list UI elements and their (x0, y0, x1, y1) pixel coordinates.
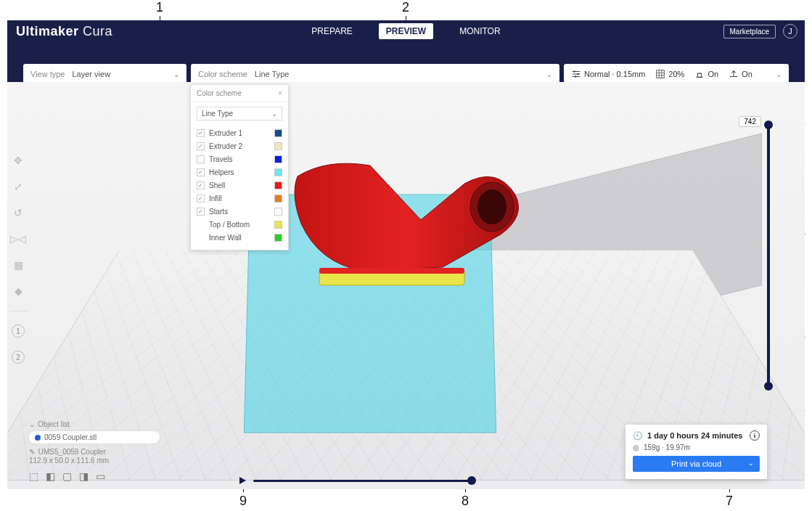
extruder-1-selector[interactable]: 1 (10, 323, 26, 339)
legend-row[interactable]: Shell (197, 179, 282, 192)
view-right-icon[interactable]: ▭ (96, 470, 105, 482)
callout-7: 7 (726, 494, 733, 509)
legend-label: Starts (209, 208, 228, 216)
print-time: 1 day 0 hours 24 minutes (647, 431, 742, 440)
close-icon[interactable]: × (278, 89, 282, 97)
chevron-down-icon: ⌄ (271, 110, 277, 118)
popup-select-value: Line Type (202, 110, 233, 118)
svg-point-0 (573, 70, 575, 72)
clock-icon: 🕘 (633, 431, 643, 441)
adhesion-value: On (742, 70, 752, 78)
rotate-tool[interactable]: ↺ (10, 205, 26, 221)
view-top-icon[interactable]: ▢ (62, 470, 72, 482)
print-settings-panel[interactable]: Normal · 0.15mm 20% On On ⌄ (564, 64, 789, 84)
mesh-tool[interactable]: ▦ (10, 257, 26, 273)
object-dimensions: 112.9 x 50.0 x 111.6 mm (29, 457, 160, 465)
legend-swatch (274, 195, 282, 203)
legend: Extruder 1Extruder 2TravelsHelpersShellI… (191, 125, 288, 250)
print-action-button[interactable]: Print via cloud ⌄ (633, 456, 760, 472)
timeline-handle[interactable] (467, 476, 476, 485)
support-setting: On (694, 69, 718, 79)
popup-select[interactable]: Line Type ⌄ (197, 107, 282, 120)
callout-1: 1 (156, 0, 163, 15)
panel-row: View type Layer view ⌄ Color scheme Line… (23, 64, 789, 84)
chevron-down-icon: ⌄ (29, 420, 35, 428)
mirror-tool[interactable]: ▷◁ (10, 231, 26, 247)
support-value: On (708, 70, 718, 78)
viewtype-label: View type (30, 70, 65, 78)
legend-row[interactable]: Extruder 1 (197, 126, 282, 139)
simulation-timeline (239, 476, 472, 485)
object-list-header[interactable]: ⌄ Object list (29, 420, 160, 428)
view-iso-icon[interactable]: ⬚ (29, 470, 38, 482)
legend-row[interactable]: Starts (197, 205, 282, 218)
layer-slider-top-handle[interactable] (764, 120, 773, 129)
legend-label: Helpers (209, 168, 234, 176)
popup-title: Color scheme (197, 89, 242, 97)
viewtype-dropdown[interactable]: View type Layer view ⌄ (23, 64, 186, 84)
legend-swatch (274, 155, 282, 163)
legend-row[interactable]: Infill (197, 192, 282, 205)
app-bar: Ultimaker Cura PREPARE PREVIEW MONITOR M… (7, 20, 805, 42)
legend-swatch (274, 208, 282, 216)
legend-checkbox[interactable] (197, 195, 205, 203)
chevron-down-icon[interactable]: ⌄ (748, 459, 754, 467)
chevron-down-icon: ⌄ (546, 70, 552, 78)
legend-swatch (274, 168, 282, 176)
legend-checkbox[interactable] (197, 129, 205, 137)
legend-checkbox[interactable] (197, 208, 205, 216)
camera-view-icons: ⬚ ◧ ▢ ◨ ▭ (29, 470, 160, 482)
view-front-icon[interactable]: ◧ (46, 470, 55, 482)
legend-checkbox[interactable] (197, 168, 205, 176)
extruder-2-selector[interactable]: 2 (10, 349, 26, 365)
object-list-item[interactable]: 0059 Coupler.stl (29, 431, 160, 443)
object-list-panel: ⌄ Object list 0059 Coupler.stl ✎ UMS5_00… (29, 420, 160, 482)
legend-row[interactable]: Helpers (197, 165, 282, 179)
viewtype-value: Layer view (73, 70, 111, 78)
legend-row[interactable]: Inner Wall (197, 231, 282, 244)
object-color-dot (35, 435, 41, 441)
stage-tabs: PREPARE PREVIEW MONITOR (7, 23, 805, 39)
colorscheme-dropdown[interactable]: Color scheme Line Type ⌄ (191, 64, 559, 84)
callout-9: 9 (239, 494, 247, 509)
tab-prepare[interactable]: PREPARE (304, 23, 359, 39)
infill-icon (655, 69, 665, 79)
profile-value: Normal · 0.15mm (584, 70, 645, 78)
legend-checkbox[interactable] (197, 142, 205, 150)
colorscheme-label: Color scheme (198, 70, 247, 78)
legend-label: Extruder 2 (209, 142, 242, 150)
move-tool[interactable]: ✥ (10, 152, 26, 168)
tab-preview[interactable]: PREVIEW (379, 23, 433, 39)
legend-row[interactable]: Top / Bottom (197, 218, 282, 231)
legend-swatch (274, 221, 282, 229)
legend-label: Top / Bottom (209, 221, 250, 229)
material-icon: ◎ (633, 443, 639, 451)
info-icon[interactable]: i (750, 430, 760, 441)
legend-checkbox[interactable] (197, 181, 205, 189)
toolbar-separator (10, 311, 28, 311)
support-icon (694, 69, 705, 79)
adhesion-setting: On (729, 69, 752, 79)
callout-2: 2 (402, 0, 409, 15)
timeline-track[interactable] (253, 480, 472, 482)
print-material: 159g · 19.97m (644, 443, 690, 451)
legend-swatch (274, 181, 282, 189)
legend-row[interactable]: Travels (197, 152, 282, 165)
colorscheme-popup: Color scheme × Line Type ⌄ Extruder 1Ext… (190, 84, 289, 250)
scale-tool[interactable]: ⤢ (10, 179, 26, 195)
legend-checkbox[interactable] (197, 155, 205, 163)
play-button[interactable] (239, 477, 246, 484)
support-blocker-tool[interactable]: ◆ (10, 283, 26, 299)
tab-monitor[interactable]: MONITOR (452, 23, 507, 39)
model-shell (268, 155, 530, 322)
view-left-icon[interactable]: ◨ (79, 470, 89, 482)
callout-8: 8 (462, 494, 469, 509)
svg-point-5 (477, 189, 507, 224)
svg-rect-7 (319, 268, 464, 274)
layer-slider-bottom-handle[interactable] (764, 382, 773, 391)
sliders-icon (571, 69, 581, 79)
layer-slider[interactable] (767, 123, 770, 388)
legend-row[interactable]: Extruder 2 (197, 139, 282, 152)
object-filename: 0059 Coupler.stl (44, 433, 97, 441)
svg-rect-3 (657, 70, 665, 78)
